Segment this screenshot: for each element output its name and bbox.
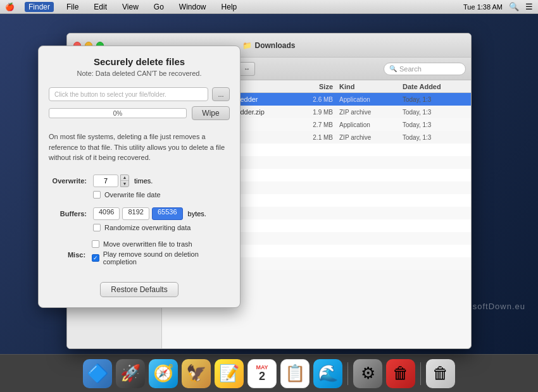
dock-item-reminders[interactable]: 📋	[280, 359, 310, 388]
overwrite-label: Overwrite:	[49, 177, 93, 185]
dock-item-trash[interactable]: 🗑	[426, 359, 455, 388]
menubar-right: Tue 1:38 AM 🔍 ☰	[463, 2, 533, 11]
overwrite-date-row: Overwrite file date	[93, 191, 230, 199]
misc-section: Misc: Move overwritten file to trash ✓ P…	[39, 238, 240, 276]
buffer-controls: 4096 8192 65536 bytes.	[93, 207, 206, 220]
file-input[interactable]: Click the button to select your file/fol…	[49, 87, 208, 101]
randomize-row: Randomize overwriting data	[93, 224, 230, 231]
file-date-zip: Today, 1:3	[403, 109, 466, 116]
finder-menu[interactable]: Finder	[25, 2, 54, 12]
dock-item-shredder[interactable]: 🗑	[386, 359, 415, 388]
move-trash-row: Move overwritten file to trash	[92, 240, 230, 248]
file-kind-3: Application	[339, 121, 403, 128]
overwrite-input[interactable]	[93, 175, 118, 187]
progress-bar: 0%	[49, 108, 187, 118]
misc-row: Misc: Move overwritten file to trash ✓ P…	[49, 240, 230, 269]
edit-menu[interactable]: Edit	[91, 3, 109, 11]
launchpad-dock-icon: 🚀	[120, 364, 141, 383]
play-sound-row: ✓ Play remove sound on deletion completi…	[92, 250, 230, 266]
buffers-row: Buffers: 4096 8192 65536 bytes.	[49, 207, 230, 220]
dock-separator	[347, 362, 348, 385]
search-placeholder: Search	[399, 65, 422, 73]
menubar: 🍎 Finder File Edit View Go Window Help T…	[0, 0, 538, 14]
buffer-65536[interactable]: 65536	[152, 207, 183, 220]
dialog-title: Securely delete files	[39, 46, 240, 70]
column-header-kind[interactable]: Kind	[339, 83, 403, 90]
tags-button[interactable]: ↔	[239, 62, 255, 76]
buffer-8192[interactable]: 8192	[122, 207, 149, 220]
bytes-label: bytes.	[188, 210, 206, 217]
play-sound-label: Play remove sound on deletion completion	[103, 250, 230, 266]
dialog-desc-section: On most file systems, deleting a file ju…	[39, 129, 240, 172]
restore-defaults-button[interactable]: Restore Defaults	[100, 282, 178, 297]
go-menu[interactable]: Go	[151, 3, 166, 11]
play-sound-checkbox[interactable]: ✓	[92, 254, 99, 262]
photos-dock-icon: 🌊	[318, 364, 338, 383]
buffers-section: Buffers: 4096 8192 65536 bytes. Randomiz…	[39, 205, 240, 238]
file-date-3: Today, 1:3	[403, 121, 466, 128]
misc-label: Misc:	[49, 251, 92, 259]
help-menu[interactable]: Help	[219, 3, 240, 11]
watermark: softDown.eu	[473, 302, 525, 311]
safari-dock-icon: 🧭	[153, 364, 173, 383]
dock-item-settings[interactable]: ⚙	[353, 359, 382, 388]
description-text: On most file systems, deleting a file ju…	[49, 132, 230, 163]
dock-item-launchpad[interactable]: 🚀	[116, 359, 145, 388]
randomize-label: Randomize overwriting data	[104, 224, 191, 231]
column-header-size[interactable]: Size	[295, 83, 339, 90]
folder-icon: 📁	[242, 41, 252, 50]
file-size-zip: 1.9 MB	[295, 109, 339, 116]
shredder-dock-icon: 🗑	[392, 364, 409, 383]
dock-item-finder[interactable]: 🔷	[83, 359, 112, 388]
dialog-subtitle: Note: Data deleted CAN'T be recovered.	[39, 70, 240, 85]
dialog-file-section: Click the button to select your file/fol…	[39, 85, 240, 129]
dock: 🔷 🚀 🧭 🦅 📝 MAY2 📋 🌊 ⚙ 🗑 🗑	[0, 354, 538, 392]
dock-item-mail[interactable]: 🦅	[182, 359, 211, 388]
buffers-label: Buffers:	[49, 210, 93, 217]
overwrite-date-label: Overwrite file date	[104, 191, 161, 199]
file-kind-4: ZIP archive	[339, 134, 403, 141]
trash-dock-icon: 🗑	[432, 364, 449, 383]
move-trash-label: Move overwritten file to trash	[103, 240, 192, 248]
search-icon[interactable]: 🔍	[509, 2, 519, 11]
search-box[interactable]: 🔍 Search	[384, 63, 466, 75]
window-menu[interactable]: Window	[177, 3, 209, 11]
finder-dock-icon: 🔷	[87, 363, 109, 384]
dock-item-photos[interactable]: 🌊	[313, 359, 342, 388]
file-size-4: 2.1 MB	[295, 134, 339, 141]
buffer-4096[interactable]: 4096	[93, 207, 120, 220]
stepper-down[interactable]: ▼	[121, 181, 128, 187]
dock-item-safari[interactable]: 🧭	[149, 359, 178, 388]
wipe-button[interactable]: Wipe	[192, 106, 230, 120]
overwrite-stepper[interactable]: ▲ ▼	[120, 175, 129, 187]
file-input-placeholder: Click the button to select your file/fol…	[54, 91, 166, 98]
progress-label: 0%	[49, 109, 186, 118]
menubar-time: Tue 1:38 AM	[463, 3, 503, 11]
dock-item-notes[interactable]: 📝	[215, 359, 244, 388]
apple-menu[interactable]: 🍎	[5, 3, 15, 11]
overwrite-row: Overwrite: ▲ ▼ times.	[49, 175, 230, 187]
browse-button[interactable]: ...	[212, 87, 230, 101]
randomize-checkbox[interactable]	[93, 224, 101, 231]
move-trash-checkbox[interactable]	[92, 240, 99, 248]
overwrite-date-checkbox[interactable]	[93, 191, 101, 199]
file-kind-zip: ZIP archive	[339, 109, 403, 116]
settings-dock-icon: ⚙	[361, 364, 375, 383]
shredder-dialog: Securely delete files Note: Data deleted…	[38, 46, 241, 308]
file-menu[interactable]: File	[64, 3, 81, 11]
progress-row: 0% Wipe	[49, 106, 230, 120]
dock-separator-2	[420, 362, 421, 385]
overwrite-section: Overwrite: ▲ ▼ times. Overwrite file dat…	[39, 172, 240, 205]
list-icon[interactable]: ☰	[525, 2, 533, 11]
file-size-shredder: 2.6 MB	[295, 96, 339, 103]
file-date-4: Today, 1:3	[403, 134, 466, 141]
search-icon-finder: 🔍	[389, 65, 397, 72]
file-size-3: 2.7 MB	[295, 121, 339, 128]
misc-controls: Move overwritten file to trash ✓ Play re…	[92, 240, 230, 269]
desktop: 📁 Downloads ‹ › ⊞ ☰ ⬜ ⊟ ⚙ ↑ ↔ 🔍 Search	[0, 14, 538, 354]
dock-item-calendar[interactable]: MAY2	[247, 359, 277, 388]
view-menu[interactable]: View	[120, 3, 141, 11]
column-header-date[interactable]: Date Added	[403, 83, 466, 90]
overwrite-controls: ▲ ▼ times.	[93, 175, 153, 187]
stepper-up[interactable]: ▲	[121, 175, 128, 181]
